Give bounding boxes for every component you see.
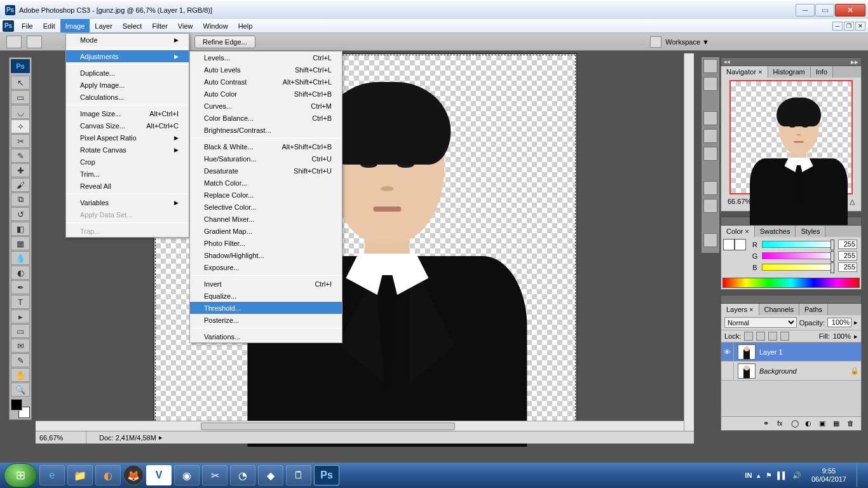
menu-edit[interactable]: Edit — [38, 19, 60, 32]
menu-adjustments[interactable]: Adjustments▶ — [66, 50, 189, 62]
menu-help[interactable]: Help — [233, 19, 258, 32]
adjustment-layer-icon[interactable]: ◐ — [805, 419, 815, 428]
new-layer-icon[interactable]: ▦ — [833, 419, 843, 428]
adjust-invert[interactable]: InvertCtrl+I — [190, 278, 342, 290]
lock-position-icon[interactable] — [768, 332, 777, 341]
adjust-replace-color[interactable]: Replace Color... — [190, 189, 342, 201]
dock-button-7[interactable] — [703, 199, 717, 213]
lock-image-icon[interactable] — [756, 332, 765, 341]
blue-slider[interactable] — [762, 264, 834, 271]
dock-button-2[interactable] — [703, 77, 717, 91]
menu-crop[interactable]: Crop — [66, 156, 189, 168]
red-slider[interactable] — [762, 241, 834, 248]
doc-restore-button[interactable]: ❐ — [844, 22, 854, 30]
blue-value[interactable]: 255 — [838, 262, 857, 272]
dock-button-8[interactable] — [703, 233, 717, 247]
adjust-black-white[interactable]: Black & White...Alt+Shift+Ctrl+B — [190, 140, 342, 152]
dock-button-1[interactable] — [703, 59, 717, 73]
status-zoom[interactable]: 66,67% — [36, 431, 86, 444]
color-swatch[interactable] — [11, 399, 30, 418]
crop-tool[interactable]: ✂ — [11, 134, 30, 148]
taskbar-explorer-icon[interactable]: 📁 — [67, 465, 93, 485]
navigator-thumbnail[interactable] — [729, 80, 853, 194]
menu-calculations[interactable]: Calculations... — [66, 91, 189, 103]
tab-paths[interactable]: Paths — [799, 304, 828, 315]
notes-tool[interactable]: ✉ — [11, 339, 30, 353]
adjust-brightness-contrast[interactable]: Brightness/Contrast... — [190, 124, 342, 136]
eraser-tool[interactable]: ◧ — [11, 222, 30, 236]
lock-transparent-icon[interactable] — [744, 332, 753, 341]
adjust-threshold[interactable]: Threshold... — [190, 302, 342, 314]
adjust-exposure[interactable]: Exposure... — [190, 261, 342, 273]
stamp-tool[interactable]: ⧉ — [11, 193, 30, 207]
path-select-tool[interactable]: ▸ — [11, 309, 30, 323]
menu-pixel-aspect-ratio[interactable]: Pixel Aspect Ratio▶ — [66, 132, 189, 144]
gradient-tool[interactable]: ▦ — [11, 236, 30, 250]
taskbar-snip-icon[interactable]: ✂ — [202, 465, 227, 485]
tab-layers[interactable]: Layers × — [721, 304, 759, 315]
taskbar-app2-icon[interactable]: ◆ — [258, 465, 283, 485]
visibility-toggle[interactable] — [721, 362, 734, 380]
adjust-equalize[interactable]: Equalize... — [190, 290, 342, 302]
visibility-toggle[interactable]: 👁 — [721, 343, 734, 361]
adjust-curves[interactable]: Curves...Ctrl+M — [190, 100, 342, 112]
type-tool[interactable]: T — [11, 295, 30, 309]
menu-layer[interactable]: Layer — [90, 19, 118, 32]
lasso-tool[interactable]: ◡ — [11, 105, 30, 119]
tray-chevron-icon[interactable]: ▴ — [757, 471, 761, 480]
green-value[interactable]: 255 — [838, 251, 857, 261]
red-value[interactable]: 255 — [838, 240, 857, 249]
tray-clock[interactable]: 9:5506/04/2017 — [806, 467, 851, 483]
adjust-gradient-map[interactable]: Gradient Map... — [190, 225, 342, 237]
taskbar-photoshop-icon[interactable]: Ps — [314, 465, 339, 485]
adjust-auto-color[interactable]: Auto ColorShift+Ctrl+B — [190, 88, 342, 100]
slice-tool[interactable]: ✎ — [11, 149, 30, 163]
layer-mask-icon[interactable]: ◯ — [791, 419, 801, 428]
window-maximize-button[interactable]: ▭ — [815, 4, 834, 17]
adjust-channel-mixer[interactable]: Channel Mixer... — [190, 213, 342, 225]
adjust-photo-filter[interactable]: Photo Filter... — [190, 237, 342, 249]
layer-1[interactable]: 👁 Layer 1 — [721, 342, 861, 362]
history-brush-tool[interactable]: ↺ — [11, 207, 30, 221]
taskbar-ie-icon[interactable]: e — [39, 465, 65, 485]
delete-layer-icon[interactable]: 🗑 — [847, 419, 857, 428]
brush-tool[interactable]: 🖌 — [11, 178, 30, 192]
menu-trim[interactable]: Trim... — [66, 168, 189, 180]
shape-tool[interactable]: ▭ — [11, 324, 30, 338]
healing-tool[interactable]: ✚ — [11, 163, 30, 177]
taskbar-vnc-icon[interactable]: V — [146, 465, 172, 485]
green-slider[interactable] — [762, 252, 834, 259]
menu-image-size[interactable]: Image Size...Alt+Ctrl+I — [66, 107, 189, 119]
doc-close-button[interactable]: ✕ — [855, 22, 865, 30]
tab-channels[interactable]: Channels — [759, 304, 799, 315]
refine-edge-button[interactable]: Refine Edge... — [194, 36, 255, 48]
show-desktop-button[interactable] — [857, 463, 864, 487]
taskbar-notes-icon[interactable]: 🗒 — [286, 465, 311, 485]
move-tool[interactable]: ↖ — [11, 76, 30, 90]
dock-button-4[interactable] — [703, 129, 717, 143]
layer-fx-icon[interactable]: fx — [777, 419, 787, 428]
zoom-in-icon[interactable]: △ — [850, 198, 855, 206]
workspace-icon[interactable] — [650, 36, 661, 48]
tab-swatches[interactable]: Swatches — [755, 226, 796, 237]
adjust-match-color[interactable]: Match Color... — [190, 177, 342, 189]
tray-volume-icon[interactable]: 🔊 — [792, 471, 801, 480]
layer-background[interactable]: Background 🔒 — [721, 362, 861, 381]
lock-all-icon[interactable] — [780, 332, 789, 341]
tab-navigator[interactable]: Navigator × — [721, 66, 768, 78]
menu-filter[interactable]: Filter — [147, 19, 172, 32]
marquee-tool[interactable]: ▭ — [11, 90, 30, 104]
dodge-tool[interactable]: ◐ — [11, 266, 30, 280]
tab-color[interactable]: Color × — [721, 226, 755, 237]
doc-minimize-button[interactable]: ─ — [832, 22, 843, 30]
menu-apply-image[interactable]: Apply Image... — [66, 79, 189, 91]
workspace-dropdown[interactable]: Workspace ▼ — [665, 38, 709, 46]
adjust-desaturate[interactable]: DesaturateShift+Ctrl+U — [190, 165, 342, 177]
layers-panel-header[interactable] — [721, 295, 862, 304]
adjust-levels[interactable]: Levels...Ctrl+L — [190, 51, 342, 64]
menu-image[interactable]: Image — [60, 19, 90, 32]
taskbar-app1-icon[interactable]: ◔ — [230, 465, 255, 485]
color-spectrum[interactable] — [722, 278, 860, 288]
tray-network-icon[interactable]: ▌▌ — [777, 471, 787, 479]
menu-select[interactable]: Select — [118, 19, 147, 32]
